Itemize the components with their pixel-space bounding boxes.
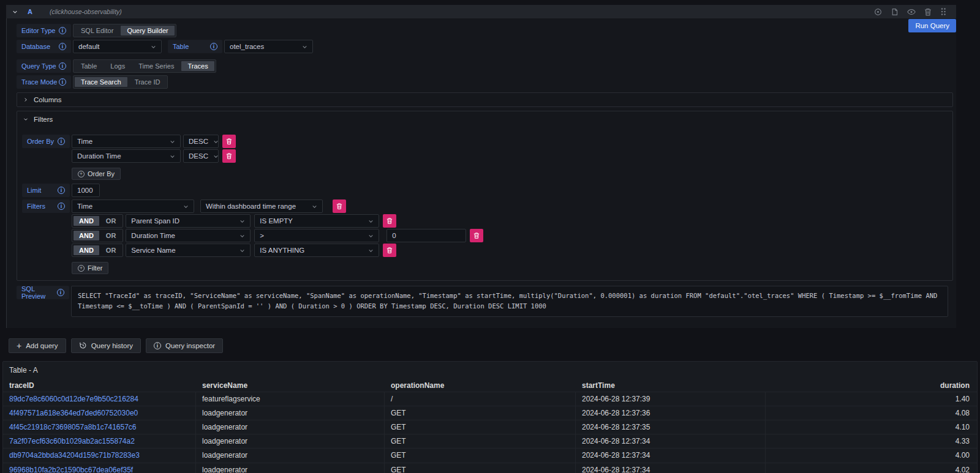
columns-section-toggle[interactable]: Columns bbox=[17, 93, 952, 106]
add-query-button[interactable]: + Add query bbox=[9, 338, 66, 353]
run-query-button[interactable]: Run Query bbox=[908, 19, 956, 32]
columns-section: Columns bbox=[17, 92, 953, 107]
filter-field-select[interactable]: Time bbox=[72, 199, 194, 213]
editor-type-option-sql-editor[interactable]: SQL Editor bbox=[75, 26, 119, 35]
trace-id-link[interactable]: 4f497571a618e364ed7ded60752030e0 bbox=[3, 406, 196, 420]
filter-value-input[interactable] bbox=[386, 229, 466, 242]
info-icon: i bbox=[59, 43, 66, 50]
table-panel: Table - A traceID serviceName operationN… bbox=[2, 361, 978, 473]
query-type-option-time-series[interactable]: Time Series bbox=[132, 61, 180, 71]
bool-or-option[interactable]: OR bbox=[100, 245, 122, 255]
table-row: 96968b10fa2b2c1590bc67dea06ef35floadgene… bbox=[3, 463, 977, 473]
trace-id-link[interactable]: 4f45c21918c73698057a8b1c741657c6 bbox=[3, 420, 196, 434]
editor-type-label: Editor Type i bbox=[17, 24, 71, 37]
filters-section-toggle[interactable]: Filters bbox=[17, 111, 952, 125]
bool-toggle-group: AND OR bbox=[72, 244, 123, 257]
table-cell-operationname: / bbox=[385, 392, 576, 406]
column-header-servicename[interactable]: serviceName bbox=[196, 381, 385, 390]
info-icon: i bbox=[58, 187, 65, 194]
remove-filter-button[interactable] bbox=[470, 229, 483, 242]
query-type-option-table[interactable]: Table bbox=[75, 61, 103, 71]
column-header-duration[interactable]: duration bbox=[766, 381, 977, 390]
query-history-button[interactable]: Query history bbox=[71, 338, 141, 353]
table-select[interactable]: otel_traces bbox=[224, 40, 313, 53]
filter-operator-select[interactable]: > bbox=[254, 229, 379, 242]
query-footer: + Add query Query history i Query inspec… bbox=[9, 338, 980, 353]
trace-id-link[interactable]: 96968b10fa2b2c1590bc67dea06ef35f bbox=[3, 463, 196, 473]
info-icon: i bbox=[154, 342, 161, 349]
editor-type-radio-group: SQL Editor Query Builder bbox=[73, 24, 176, 37]
table-cell-servicename: featureflagservice bbox=[196, 392, 385, 406]
query-inspector-button[interactable]: i Query inspector bbox=[146, 338, 223, 353]
query-header: A (clickhouse-observability) bbox=[6, 5, 956, 18]
duplicate-query-icon[interactable] bbox=[891, 8, 899, 16]
info-icon: i bbox=[59, 62, 66, 70]
filter-field-select[interactable]: Parent Span ID bbox=[126, 214, 251, 228]
query-editor-body: Run Query Editor Type i SQL Editor Query… bbox=[6, 18, 956, 328]
remove-order-by-button[interactable] bbox=[222, 135, 236, 148]
bool-or-option[interactable]: OR bbox=[100, 216, 122, 226]
trace-mode-option-trace-id[interactable]: Trace ID bbox=[129, 77, 167, 87]
column-header-starttime[interactable]: startTime bbox=[576, 381, 766, 390]
sql-preview-code: SELECT "TraceId" as traceID, "ServiceNam… bbox=[71, 286, 948, 317]
info-icon: i bbox=[58, 138, 65, 145]
editor-type-option-query-builder[interactable]: Query Builder bbox=[121, 26, 174, 35]
bool-and-option[interactable]: AND bbox=[74, 216, 99, 226]
database-select[interactable]: default bbox=[73, 40, 162, 53]
table-row: 7a2f07ecf63c60b1029ab2ac155874a2loadgene… bbox=[3, 434, 977, 448]
add-order-by-button[interactable]: + Order By bbox=[72, 168, 121, 180]
table-cell-servicename: loadgenerator bbox=[196, 434, 385, 448]
remove-filter-button[interactable] bbox=[333, 199, 346, 213]
column-header-traceid[interactable]: traceID bbox=[3, 381, 196, 390]
collapse-query-icon[interactable] bbox=[11, 9, 19, 15]
bool-and-option[interactable]: AND bbox=[74, 231, 99, 240]
drag-handle-icon[interactable] bbox=[940, 7, 946, 16]
table-label: Table i bbox=[168, 40, 222, 53]
add-filter-button[interactable]: + Filter bbox=[72, 262, 108, 274]
filter-field-select[interactable]: Service Name bbox=[126, 244, 251, 257]
table-cell-starttime: 2024-06-28 12:37:36 bbox=[576, 406, 766, 420]
trace-mode-option-trace-search[interactable]: Trace Search bbox=[75, 77, 127, 87]
remove-filter-button[interactable] bbox=[383, 244, 396, 257]
plus-circle-icon: + bbox=[78, 265, 85, 272]
order-by-field-select[interactable]: Time bbox=[72, 135, 181, 148]
bool-or-option[interactable]: OR bbox=[100, 231, 122, 240]
filters-section: Filters Order By i Time DESC bbox=[17, 111, 953, 281]
limit-input[interactable] bbox=[72, 184, 100, 197]
bool-and-option[interactable]: AND bbox=[74, 245, 99, 255]
query-type-option-logs[interactable]: Logs bbox=[104, 61, 131, 71]
hide-response-eye-icon[interactable] bbox=[907, 8, 916, 16]
info-icon: i bbox=[59, 27, 66, 34]
trace-id-link[interactable]: 89dc7e8c6060c0d12de7e9b50c216284 bbox=[3, 392, 196, 406]
order-by-field-select[interactable]: Duration Time bbox=[72, 149, 181, 163]
circle-action-icon[interactable] bbox=[874, 8, 882, 16]
filter-field-select[interactable]: Duration Time bbox=[126, 229, 251, 242]
trace-id-link[interactable]: 7a2f07ecf63c60b1029ab2ac155874a2 bbox=[3, 434, 196, 448]
bool-toggle-group: AND OR bbox=[72, 229, 123, 242]
query-type-label: Query Type i bbox=[17, 59, 71, 73]
table-body: 89dc7e8c6060c0d12de7e9b50c216284featuref… bbox=[3, 392, 977, 473]
filter-operator-select[interactable]: Within dashboard time range bbox=[200, 199, 323, 213]
plus-circle-icon: + bbox=[78, 171, 85, 177]
query-type-option-traces[interactable]: Traces bbox=[181, 61, 214, 71]
table-cell-operationname: GET bbox=[385, 406, 576, 420]
table-cell-starttime: 2024-06-28 12:37:34 bbox=[576, 463, 766, 473]
filter-operator-select[interactable]: IS EMPTY bbox=[254, 214, 379, 228]
plus-icon: + bbox=[17, 342, 21, 349]
table-header-row: traceID serviceName operationName startT… bbox=[3, 379, 977, 392]
filter-operator-select[interactable]: IS ANYTHING bbox=[254, 244, 379, 257]
query-ref-id: A bbox=[28, 8, 32, 15]
query-type-radio-group: Table Logs Time Series Traces bbox=[73, 59, 216, 73]
remove-filter-button[interactable] bbox=[383, 214, 396, 228]
column-header-operationname[interactable]: operationName bbox=[385, 381, 576, 390]
trace-id-link[interactable]: db9704a2bbda34204d159c71b78283e3 bbox=[3, 449, 196, 462]
database-label: Database i bbox=[17, 40, 71, 53]
order-by-label: Order By i bbox=[22, 135, 70, 148]
order-by-direction-select[interactable]: DESC bbox=[183, 135, 219, 148]
panel-title: Table - A bbox=[3, 362, 977, 379]
remove-order-by-button[interactable] bbox=[222, 149, 236, 163]
order-by-direction-select[interactable]: DESC bbox=[183, 149, 219, 163]
table-cell-duration: 4.00 bbox=[766, 449, 977, 462]
bool-toggle-group: AND OR bbox=[72, 214, 123, 228]
remove-query-trash-icon[interactable] bbox=[924, 8, 932, 16]
